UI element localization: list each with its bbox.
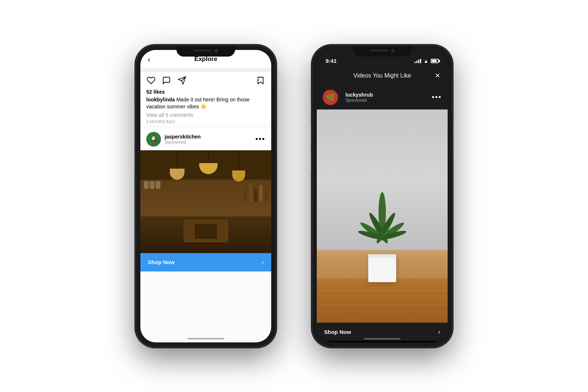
lamp-2 (199, 150, 218, 174)
device (195, 224, 217, 239)
plant-svg (353, 190, 412, 264)
like-button[interactable] (146, 76, 156, 85)
save-button[interactable] (256, 76, 265, 85)
post-meta: 52 likes lookbylinda Made it out here! B… (140, 89, 271, 125)
volume-up-button (135, 123, 136, 145)
counter-item (184, 220, 228, 242)
home-indicator-2 (364, 338, 401, 339)
scene: ‹ Explore (0, 31, 588, 362)
lamp-3 (232, 150, 245, 181)
volume-down-button-2 (311, 150, 312, 172)
page-title-1: Explore (194, 55, 217, 63)
notch-1 (180, 46, 232, 56)
avatar-image: 🍳 (146, 132, 161, 147)
mute-button-2 (311, 104, 312, 118)
signal-bar-2 (416, 61, 417, 63)
shop-now-arrow-icon: › (262, 258, 264, 266)
sponsor-avatar-dark: 🌿 (323, 90, 338, 105)
phone-1: ‹ Explore (136, 46, 276, 347)
wifi-icon: ▲ (423, 58, 429, 64)
sponsor-dark-tag: Sponsored (345, 98, 373, 103)
nav-bar-dark: Videos You Might Like ✕ (317, 66, 448, 85)
shelf-items (244, 183, 268, 202)
sponsor-info: jasperskitchen Sponsored (165, 134, 201, 145)
page-title-dark: Videos You Might Like (353, 72, 411, 79)
plank-4 (317, 308, 448, 308)
home-indicator-1 (187, 338, 224, 339)
plank-3 (317, 301, 448, 301)
battery-icon (431, 59, 439, 63)
post-timestamp: 3 HOURS AGO (146, 119, 265, 124)
action-icons-left (146, 76, 187, 85)
likes-count: 52 likes (146, 89, 265, 95)
sponsor-dark-username[interactable]: luckyshrub (345, 92, 373, 98)
pot-rim (368, 254, 396, 258)
post-actions (140, 72, 271, 89)
glass-2 (150, 181, 154, 189)
battery-tip (439, 60, 440, 62)
wood-floor (317, 278, 448, 323)
more-options-dark-button[interactable]: ••• (432, 93, 442, 101)
sponsor-avatar: 🍳 (146, 132, 161, 147)
speaker-2 (370, 50, 388, 51)
caption-username[interactable]: lookbylinda (146, 97, 175, 103)
more-options-button[interactable]: ••• (255, 135, 265, 143)
signal-bar-1 (415, 62, 416, 63)
bottle-1 (244, 187, 247, 202)
camera-1 (215, 49, 218, 53)
screen-2: 9:41 ▲ Vide (317, 50, 448, 342)
close-button[interactable]: ✕ (435, 72, 440, 80)
volume-down-button (135, 150, 136, 172)
pot-area (368, 254, 396, 282)
sponsored-header-dark: 🌿 luckyshrub Sponsored ••• (317, 85, 448, 109)
bottle-4 (259, 185, 262, 202)
camera-2 (391, 49, 395, 53)
signal-icon (415, 59, 421, 63)
bottle-5 (265, 188, 268, 202)
plant-image (317, 109, 448, 323)
mute-button (135, 104, 136, 118)
lamp-1 (170, 150, 184, 180)
sponsored-tag: Sponsored (165, 140, 201, 145)
signal-bar-4 (420, 59, 421, 63)
bottle-2 (249, 183, 252, 202)
shop-now-button[interactable]: Shop Now › (140, 253, 271, 271)
status-time: 9:41 (326, 58, 337, 64)
phone-2: 9:41 ▲ Vide (312, 46, 452, 347)
shop-now-dark-arrow-icon: › (438, 328, 440, 336)
status-icons: ▲ (415, 58, 439, 64)
power-button-2 (452, 123, 453, 156)
restaurant-scene (140, 150, 271, 253)
bottle-3 (254, 189, 257, 202)
share-button[interactable] (177, 76, 187, 85)
sponsor-dark-left: 🌿 luckyshrub Sponsored (323, 90, 373, 105)
plank-5 (317, 315, 448, 316)
caption: lookbylinda Made it out here! Bring on t… (146, 96, 265, 111)
view-comments-button[interactable]: View all 5 comments (146, 112, 265, 118)
restaurant-image (140, 150, 271, 253)
speaker-1 (193, 50, 212, 51)
white-pot (368, 254, 396, 282)
glass-1 (144, 181, 148, 189)
comment-button[interactable] (162, 76, 171, 85)
shop-now-label: Shop Now (148, 259, 175, 265)
volume-up-button-2 (311, 123, 312, 145)
sponsored-left: 🍳 jasperskitchen Sponsored (146, 132, 201, 147)
power-button (276, 123, 277, 156)
screen-1: ‹ Explore (140, 50, 271, 342)
plank-1 (317, 286, 448, 286)
feed-divider (140, 69, 271, 72)
shop-now-dark-label: Shop Now (324, 329, 351, 335)
plank-2 (317, 293, 448, 294)
sponsored-header: 🍳 jasperskitchen Sponsored ••• (140, 128, 271, 150)
hanging-glasses (144, 181, 160, 189)
signal-bar-3 (418, 60, 419, 63)
glass-3 (156, 181, 160, 189)
notch-2 (356, 46, 408, 56)
back-button[interactable]: ‹ (148, 55, 150, 64)
svg-marker-2 (258, 77, 263, 84)
sponsor-dark-info: luckyshrub Sponsored (345, 92, 373, 103)
sponsor-username[interactable]: jasperskitchen (165, 134, 201, 140)
battery-fill (432, 60, 437, 62)
